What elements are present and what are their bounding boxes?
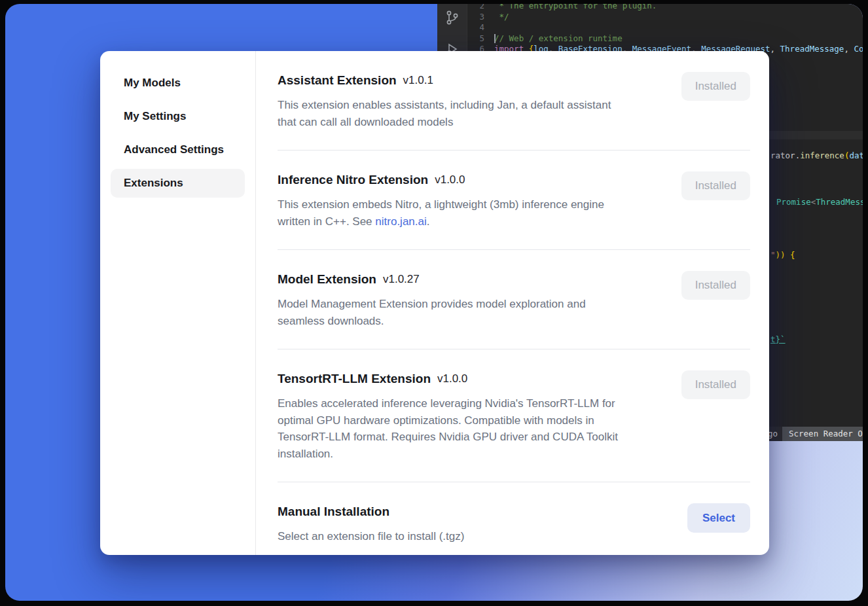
code-line: 5 // Web / extension runtime [437, 33, 863, 45]
code-line: 4 [437, 22, 863, 33]
extension-name: Model Extension [278, 271, 376, 288]
manual-installation-entry: Manual Installation Select an extension … [278, 482, 750, 555]
sidebar-item-my-models[interactable]: My Models [111, 69, 245, 98]
extension-entry: Inference Nitro Extension v1.0.0 This ex… [278, 151, 750, 250]
status-bar-item[interactable]: go [768, 427, 778, 441]
manual-installation-title: Manual Installation [278, 503, 389, 520]
sidebar-item-extensions[interactable]: Extensions [111, 169, 245, 198]
extension-version: v1.0.1 [403, 72, 433, 89]
extension-description: This extension enables assistants, inclu… [278, 97, 660, 130]
extension-entry: Assistant Extension v1.0.1 This extensio… [278, 51, 750, 151]
nitro-jan-ai-link[interactable]: nitro.jan.ai [375, 215, 426, 228]
desktop: 2 * The entrypoint for the plugin. 3 */ … [0, 0, 868, 606]
installed-button[interactable]: Installed [681, 370, 750, 399]
code-fragment: t}` [770, 334, 786, 346]
settings-modal: My Models My Settings Advanced Settings … [100, 51, 769, 555]
text-cursor [494, 34, 496, 43]
code-fragment: ")) { [770, 250, 795, 261]
extensions-list: Assistant Extension v1.0.1 This extensio… [256, 51, 769, 555]
select-file-button[interactable]: Select [687, 503, 750, 533]
extension-version: v1.0.0 [435, 171, 465, 188]
screen-reader-status-item[interactable]: Screen Reader Optimized [782, 427, 863, 441]
sidebar-item-advanced-settings[interactable]: Advanced Settings [111, 135, 245, 164]
installed-button[interactable]: Installed [681, 271, 750, 300]
code-text: */ [494, 12, 509, 23]
extension-version: v1.0.0 [437, 370, 467, 387]
installed-button[interactable]: Installed [681, 72, 750, 101]
extension-entry: Model Extension v1.0.27 Model Management… [278, 250, 750, 349]
extension-version: v1.0.27 [383, 271, 420, 288]
source-control-icon[interactable] [444, 9, 460, 28]
code-text: * The entrypoint for the plugin. [494, 4, 657, 12]
installed-button[interactable]: Installed [681, 171, 750, 200]
app-window: 2 * The entrypoint for the plugin. 3 */ … [5, 4, 863, 601]
code-line: 3 */ [437, 12, 863, 23]
extension-name: Assistant Extension [278, 72, 397, 89]
extension-description: Enables accelerated inference leveraging… [278, 395, 660, 462]
extension-name: TensortRT-LLM Extension [278, 370, 431, 387]
settings-sidebar: My Models My Settings Advanced Settings … [100, 51, 256, 555]
extension-description: This extension embeds Nitro, a lightweig… [278, 196, 660, 230]
code-line: 2 * The entrypoint for the plugin. [437, 4, 863, 12]
code-fragment: rator.inference(data)); [770, 151, 863, 162]
extension-description: Model Management Extension provides mode… [278, 296, 660, 329]
code-lines: 2 * The entrypoint for the plugin. 3 */ … [437, 4, 863, 55]
code-text: // Web / extension runtime [494, 33, 623, 45]
manual-installation-description: Select an extension file to install (.tg… [278, 528, 660, 545]
extension-entry: TensortRT-LLM Extension v1.0.0 Enables a… [278, 349, 750, 482]
extension-name: Inference Nitro Extension [278, 171, 428, 188]
sidebar-item-my-settings[interactable]: My Settings [111, 102, 245, 131]
code-fragment: Promise<ThreadMessage> [776, 197, 863, 208]
